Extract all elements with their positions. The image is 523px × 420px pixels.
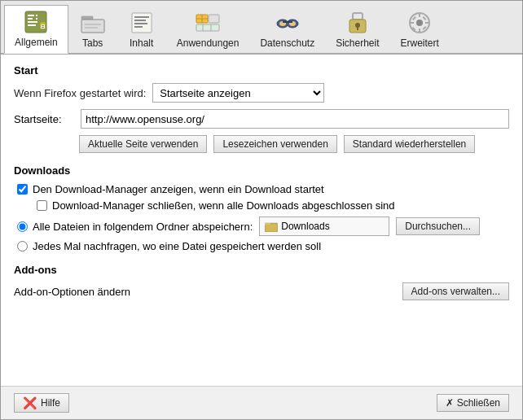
- svg-rect-49: [266, 225, 277, 231]
- startpage-row: Startseite:: [14, 109, 509, 129]
- startpage-label: Startseite:: [14, 113, 74, 125]
- inhalt-icon: [129, 10, 155, 36]
- tab-datenschutz[interactable]: Datenschutz: [249, 5, 325, 54]
- browse-button[interactable]: Durchsuchen...: [396, 217, 480, 235]
- datenschutz-icon: [275, 10, 301, 36]
- tab-sicherheit-label: Sicherheit: [336, 37, 379, 49]
- svg-rect-5: [28, 21, 37, 23]
- startpage-input[interactable]: [81, 109, 509, 129]
- tab-datenschutz-label: Datenschutz: [260, 37, 314, 49]
- help-label: Hilfe: [41, 397, 60, 409]
- download-manager-show-label: Den Download-Manager anzeigen, wenn ein …: [33, 183, 324, 195]
- folder-name: Downloads: [281, 221, 329, 232]
- bookmark-button[interactable]: Lesezeichen verwenden: [213, 135, 336, 153]
- save-folder-radio[interactable]: [17, 221, 28, 232]
- tab-tabs-label: Tabs: [82, 37, 103, 49]
- tab-erweitert-label: Erweitert: [401, 37, 439, 49]
- close-label: Schließen: [457, 397, 500, 409]
- svg-rect-43: [412, 16, 416, 20]
- svg-rect-41: [410, 22, 414, 24]
- start-section-title: Start: [14, 64, 509, 77]
- content-area: Start Wenn Firefox gestartet wird: Start…: [1, 54, 522, 386]
- start-section: Start Wenn Firefox gestartet wird: Start…: [14, 64, 509, 153]
- download-manager-close-row: Download-Manager schließen, wenn alle Do…: [14, 199, 509, 212]
- addons-row: Add-on-Optionen ändern Add-ons verwalten…: [14, 282, 509, 300]
- tab-allgemein[interactable]: Allgemein: [4, 5, 68, 54]
- tab-anwendungen-label: Anwendungen: [177, 37, 240, 49]
- ask-save-row: Jedes Mal nachfragen, wo eine Datei gesp…: [14, 240, 509, 252]
- tab-inhalt[interactable]: Inhalt: [117, 5, 166, 54]
- svg-rect-32: [283, 21, 292, 23]
- downloads-section-title: Downloads: [14, 164, 509, 177]
- tab-tabs[interactable]: Tabs: [68, 5, 117, 54]
- help-button[interactable]: ❌ Hilfe: [14, 393, 69, 413]
- allgemein-icon: [23, 9, 49, 35]
- when-firefox-label: Wenn Firefox gestartet wird:: [14, 87, 146, 99]
- download-manager-show-row: Den Download-Manager anzeigen, wenn ein …: [14, 183, 509, 195]
- default-restore-button[interactable]: Standard wiederherstellen: [344, 135, 475, 153]
- help-icon: ❌: [23, 396, 37, 409]
- anwendungen-icon: [195, 10, 221, 36]
- start-buttons-row: Aktuelle Seite verwenden Lesezeichen ver…: [14, 135, 509, 153]
- tabs-icon: [80, 10, 106, 36]
- svg-rect-11: [81, 16, 93, 20]
- svg-rect-9: [42, 25, 44, 26]
- svg-rect-6: [28, 24, 36, 26]
- svg-rect-23: [209, 15, 219, 23]
- svg-rect-46: [423, 16, 427, 20]
- svg-rect-18: [134, 23, 147, 24]
- svg-rect-40: [419, 28, 420, 33]
- svg-rect-2: [28, 18, 33, 20]
- when-firefox-select[interactable]: Startseite anzeigenLeere Seite anzeigenL…: [152, 83, 324, 103]
- svg-point-38: [416, 20, 423, 26]
- svg-rect-24: [196, 24, 219, 31]
- tab-inhalt-label: Inhalt: [130, 37, 153, 49]
- svg-rect-3: [36, 15, 37, 16]
- close-icon: ✗: [446, 397, 454, 409]
- ask-save-label: Jedes Mal nachfragen, wo eine Datei gesp…: [33, 240, 321, 252]
- addons-section-title: Add-ons: [14, 264, 509, 276]
- when-firefox-row: Wenn Firefox gestartet wird: Startseite …: [14, 83, 509, 103]
- save-folder-label: Alle Dateien in folgendem Ordner abspeic…: [33, 221, 253, 233]
- svg-rect-36: [357, 27, 358, 30]
- sicherheit-icon: [345, 10, 371, 36]
- current-page-button[interactable]: Aktuelle Seite verwenden: [79, 135, 207, 153]
- close-button[interactable]: ✗Schließen: [437, 394, 509, 412]
- folder-display: Downloads: [259, 217, 389, 236]
- tab-erweitert[interactable]: Erweitert: [390, 5, 450, 54]
- svg-rect-42: [425, 22, 429, 24]
- download-manager-close-label: Download-Manager schließen, wenn alle Do…: [52, 199, 395, 212]
- svg-rect-16: [134, 16, 149, 18]
- folder-icon: [265, 221, 278, 232]
- svg-rect-1: [28, 15, 34, 16]
- tab-sicherheit[interactable]: Sicherheit: [325, 5, 389, 54]
- addons-section: Add-ons Add-on-Optionen ändern Add-ons v…: [14, 264, 509, 300]
- svg-rect-8: [41, 24, 45, 28]
- download-manager-show-checkbox[interactable]: [17, 184, 28, 195]
- footer: ❌ Hilfe ✗Schließen: [1, 386, 522, 419]
- manage-addons-button[interactable]: Add-ons verwalten...: [402, 282, 509, 300]
- tab-anwendungen[interactable]: Anwendungen: [166, 5, 250, 54]
- svg-rect-33: [353, 13, 363, 20]
- svg-rect-39: [419, 13, 420, 17]
- toolbar: Allgemein Tabs Inhalt: [1, 1, 522, 54]
- svg-rect-10: [42, 27, 44, 28]
- svg-rect-4: [36, 18, 37, 20]
- download-manager-close-checkbox[interactable]: [37, 200, 47, 211]
- svg-rect-17: [134, 20, 146, 21]
- svg-rect-12: [81, 20, 104, 33]
- tab-allgemein-label: Allgemein: [15, 37, 58, 48]
- svg-rect-19: [134, 26, 143, 28]
- erweitert-icon: [407, 10, 433, 36]
- addons-description: Add-on-Optionen ändern: [14, 286, 130, 298]
- downloads-section: Downloads Den Download-Manager anzeigen,…: [14, 164, 509, 252]
- save-folder-row: Alle Dateien in folgendem Ordner abspeic…: [14, 217, 509, 236]
- ask-save-radio[interactable]: [17, 241, 28, 252]
